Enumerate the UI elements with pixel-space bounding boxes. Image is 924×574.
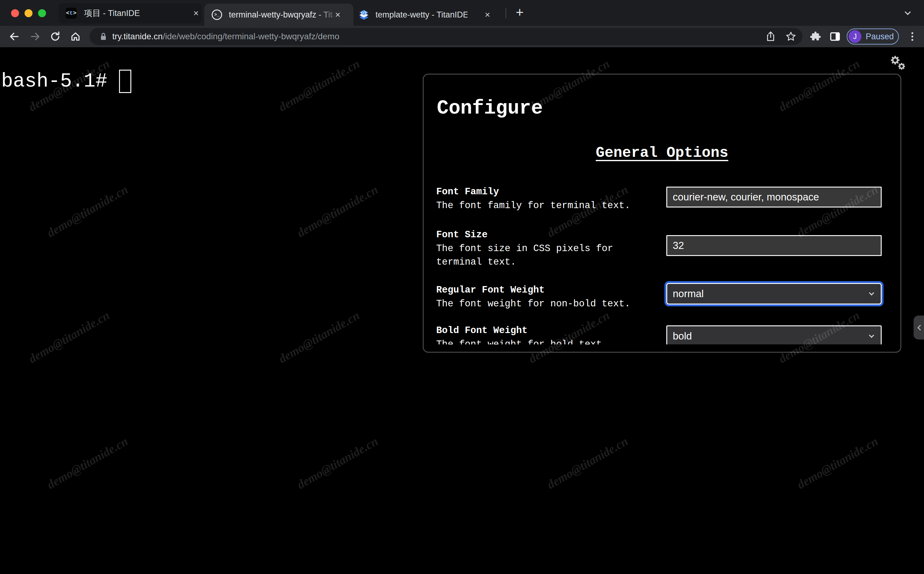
chevron-down-icon [869,290,874,296]
tab-terminal-wetty[interactable]: >_ terminal-wetty-bwqryafz - Tita × [204,4,354,26]
share-button[interactable] [761,27,780,46]
expand-panel-handle[interactable] [914,315,924,339]
configure-panel-body: Configure General Options Font Family Th… [424,74,900,344]
watermark-text: demo@titanide.cn [545,434,630,492]
bookmark-star-button[interactable] [781,27,801,46]
regular-font-weight-select[interactable]: normal [666,283,882,304]
tab-separator [506,8,506,19]
select-value: bold [673,330,692,342]
lock-icon [99,31,108,42]
tab-close-icon[interactable]: × [333,9,343,20]
font-size-input[interactable] [666,235,882,256]
url-host: try.titanide.cn [112,32,163,41]
watermark-text: demo@titanide.cn [795,434,880,492]
bold-font-weight-select[interactable]: bold [666,325,882,344]
chevron-down-icon [869,333,874,338]
configure-panel: Configure General Options Font Family Th… [423,74,901,353]
url-path: /ide/web/coding/terminal-wetty-bwqryafz/… [163,32,339,41]
url-text: try.titanide.cn/ide/web/coding/terminal-… [112,32,339,41]
watermark-text: demo@titanide.cn [294,182,380,240]
profile-chip[interactable]: J Paused [847,28,899,44]
tab-title: template-wetty - TitanIDE [376,10,468,20]
settings-gears-button[interactable] [888,54,908,74]
browser-menu-button[interactable] [902,27,922,46]
titanide-favicon: <t> [66,8,77,19]
template-stack-favicon [358,9,370,21]
profile-status-label: Paused [866,32,894,41]
font-family-description: The font family for terminal text. [436,199,633,213]
forward-button[interactable] [25,27,45,46]
font-size-description: The font size in CSS pixels for terminal… [436,242,633,269]
extensions-puzzle-button[interactable] [806,27,825,46]
watermark-text: demo@titanide.cn [276,56,362,114]
address-bar[interactable]: try.titanide.cn/ide/web/coding/terminal-… [90,28,803,45]
regular-font-weight-label: Regular Font Weight [436,284,545,296]
watermark-text: demo@titanide.cn [276,308,362,366]
watermark-text: demo@titanide.cn [294,434,380,492]
regular-font-weight-description: The font weight for non-bold text. [436,297,633,311]
window-zoom-button[interactable] [38,9,46,17]
tab-template-wetty[interactable]: template-wetty - TitanIDE × [356,4,500,26]
avatar: J [849,30,861,43]
watermark-text: demo@titanide.cn [44,182,130,240]
reload-button[interactable] [46,27,65,46]
font-family-label: Font Family [436,186,499,198]
terminal-prompt: bash-5.1# [1,69,107,93]
font-family-input[interactable] [666,187,882,208]
bold-font-weight-label: Bold Font Weight [436,325,528,336]
tab-titanide-project[interactable]: <t> 项目 - TitanIDE × [59,3,202,23]
tab-strip: <t> 项目 - TitanIDE × >_ terminal-wetty-bw… [0,0,924,26]
configure-title: Configure [437,97,543,120]
select-value: normal [673,288,704,300]
font-size-label: Font Size [436,229,487,241]
tab-close-icon[interactable]: × [191,8,201,19]
back-button[interactable] [4,27,24,46]
tab-title: 项目 - TitanIDE [84,8,185,19]
terminal-screen[interactable]: bash-5.1# Configure General Options Font… [0,47,924,574]
terminal-cursor [119,70,131,93]
tab-close-icon[interactable]: × [482,9,493,20]
tab-search-chevron-icon[interactable] [905,10,910,15]
side-panel-button[interactable] [825,27,845,46]
browser-toolbar: try.titanide.cn/ide/web/coding/terminal-… [0,26,924,47]
home-button[interactable] [66,27,85,46]
watermark-text: demo@titanide.cn [44,434,130,492]
chevron-left-icon [917,325,923,330]
window-close-button[interactable] [11,9,19,17]
terminal-favicon: >_ [212,9,222,20]
new-tab-button[interactable]: + [512,4,528,20]
general-options-heading: General Options [424,145,900,161]
watermark-text: demo@titanide.cn [26,308,112,366]
bold-font-weight-description: The font weight for bold text. [436,337,633,344]
window-minimize-button[interactable] [25,9,33,17]
